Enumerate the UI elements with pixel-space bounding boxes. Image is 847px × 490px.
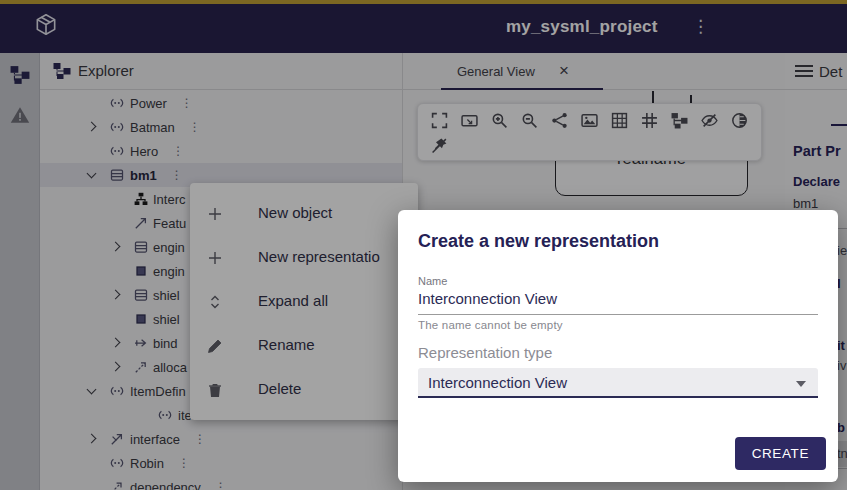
name-field-label: Name — [418, 275, 818, 287]
create-button[interactable]: CREATE — [735, 437, 826, 470]
application-window: my_sysml_project ⋮ Explorer Power⋮Batman… — [0, 0, 847, 490]
type-field-label: Representation type — [418, 344, 818, 361]
chevron-down-icon — [796, 381, 806, 387]
selected-type-value: Interconnection View — [428, 374, 567, 391]
name-helper-text: The name cannot be empty — [418, 319, 818, 331]
dialog-title: Create a new representation — [418, 210, 818, 252]
representation-type-select[interactable]: Interconnection View — [418, 368, 818, 398]
name-input[interactable]: Interconnection View — [418, 290, 818, 315]
create-representation-dialog: Create a new representation Name Interco… — [398, 210, 838, 482]
